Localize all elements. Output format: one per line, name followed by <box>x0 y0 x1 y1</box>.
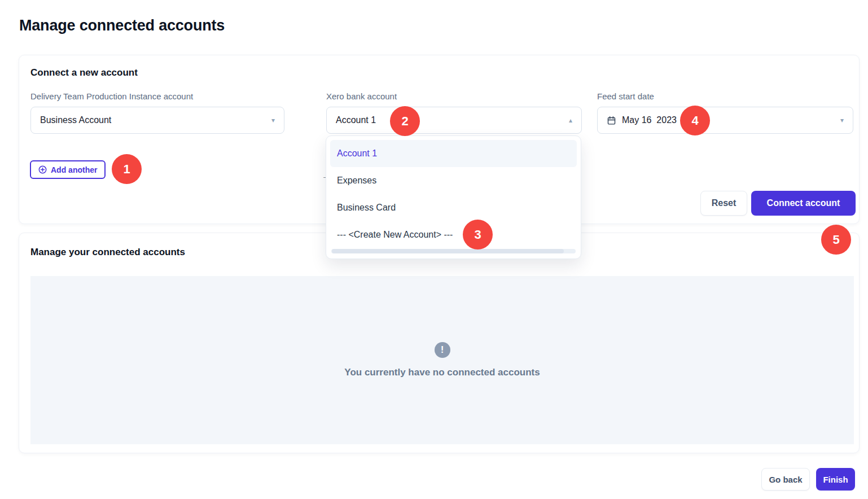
reset-button[interactable]: Reset <box>700 191 747 216</box>
chevron-down-icon: ▾ <box>271 117 275 124</box>
xero-account-select[interactable]: Account 1 ▴ <box>326 107 582 134</box>
finish-button[interactable]: Finish <box>816 468 855 491</box>
source-account-select[interactable]: Business Account ▾ <box>30 107 284 134</box>
source-account-value: Business Account <box>40 115 111 125</box>
calendar-icon <box>607 116 616 125</box>
chevron-up-icon: ▴ <box>569 117 572 124</box>
xero-account-dropdown: Account 1 Expenses Business Card --- <Cr… <box>326 135 581 259</box>
alert-icon: ! <box>435 342 450 358</box>
connect-card-heading: Connect a new account <box>30 67 138 78</box>
empty-accounts-area: ! You currently have no connected accoun… <box>30 276 854 444</box>
empty-accounts-message: You currently have no connected accounts <box>344 367 540 378</box>
manage-connected-accounts-page: Manage connected accounts Connect a new … <box>0 0 868 499</box>
annotation-marker-3: 3 <box>463 220 493 250</box>
source-account-label: Delivery Team Production Instance accoun… <box>30 91 193 101</box>
go-back-button[interactable]: Go back <box>761 468 810 491</box>
annotation-marker-2: 2 <box>390 106 420 136</box>
dropdown-option-create-new-account[interactable]: --- <Create New Account> --- <box>330 221 577 248</box>
add-another-label: Add another <box>51 165 97 174</box>
feed-start-date-select[interactable]: May 16 2023 ▾ <box>597 107 853 134</box>
feed-start-date-label: Feed start date <box>597 91 654 101</box>
xero-account-value: Account 1 <box>336 115 376 125</box>
scrollbar-thumb[interactable] <box>332 249 564 253</box>
add-another-button[interactable]: Add another <box>30 160 106 179</box>
connect-account-button[interactable]: Connect account <box>751 191 856 216</box>
annotation-marker-4: 4 <box>680 106 710 135</box>
dropdown-option-expenses[interactable]: Expenses <box>330 167 577 194</box>
xero-account-label: Xero bank account <box>326 91 397 101</box>
dropdown-option-business-card[interactable]: Business Card <box>330 194 577 221</box>
circled-plus-icon <box>38 165 47 174</box>
page-title: Manage connected accounts <box>19 17 225 34</box>
annotation-marker-1: 1 <box>112 154 142 184</box>
dropdown-option-account-1[interactable]: Account 1 <box>330 140 577 167</box>
manage-accounts-card: Manage your connected accounts ! You cur… <box>19 233 860 453</box>
dropdown-horizontal-scrollbar[interactable] <box>331 249 576 253</box>
annotation-marker-5: 5 <box>821 225 851 255</box>
manage-card-heading: Manage your connected accounts <box>30 247 185 258</box>
feed-start-date-value: May 16 2023 <box>622 115 677 125</box>
chevron-down-icon: ▾ <box>840 117 844 124</box>
